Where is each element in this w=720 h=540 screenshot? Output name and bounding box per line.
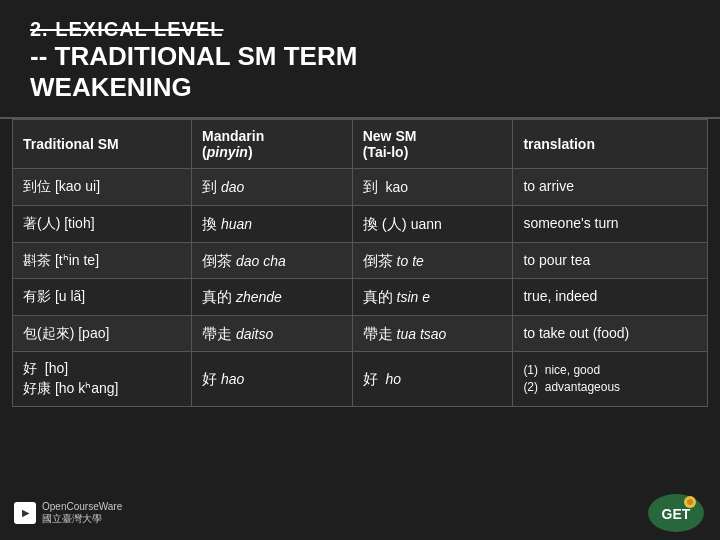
row6-trans-1: (1) nice, good (523, 362, 697, 379)
table-row: 有影 [u lã] 真的 zhende 真的 tsin e true, inde… (13, 279, 708, 316)
title-area: 2. LEXICAL LEVEL -- TRADITIONAL SM TERM … (0, 0, 720, 119)
row2-newsm: 換 (人) uann (352, 205, 513, 242)
title-line2: WEAKENING (30, 72, 192, 102)
row3-newsm: 倒茶 to te (352, 242, 513, 279)
col-mandarin: Mandarin(pinyin) (192, 120, 353, 169)
footer-area: ▶ OpenCourseWare 國立臺灣大學 GET (0, 488, 720, 540)
svg-text:GET: GET (662, 506, 691, 522)
row4-mandarin: 真的 zhende (192, 279, 353, 316)
col-traditional: Traditional SM (13, 120, 192, 169)
table-row: 好 [ho]好康 [ho kʰang] 好 hao 好 ho (1) nice,… (13, 352, 708, 406)
title-main: -- TRADITIONAL SM TERM WEAKENING (30, 41, 690, 103)
ocw-text: OpenCourseWare 國立臺灣大學 (42, 501, 122, 526)
table-header-row: Traditional SM Mandarin(pinyin) New SM(T… (13, 120, 708, 169)
table-area: Traditional SM Mandarin(pinyin) New SM(T… (0, 119, 720, 488)
row3-mandarin: 倒茶 dao cha (192, 242, 353, 279)
ocw-university: 國立臺灣大學 (42, 512, 122, 526)
svg-point-3 (687, 499, 693, 505)
row4-translation: true, indeed (513, 279, 708, 316)
row2-translation: someone's turn (513, 205, 708, 242)
table-row: 到位 [kao ui] 到 dao 到 kao to arrive (13, 169, 708, 206)
row4-newsm: 真的 tsin e (352, 279, 513, 316)
ocw-label: OpenCourseWare (42, 501, 122, 512)
title-line1: -- TRADITIONAL SM TERM (30, 41, 357, 71)
row6-newsm: 好 ho (352, 352, 513, 406)
row3-traditional: 斟茶 [tʰin te] (13, 242, 192, 279)
get-logo-svg: GET (646, 492, 706, 534)
row2-mandarin: 換 huan (192, 205, 353, 242)
table-row: 斟茶 [tʰin te] 倒茶 dao cha 倒茶 to te to pour… (13, 242, 708, 279)
ocw-icon: ▶ (14, 502, 36, 524)
title-strikethrough: 2. LEXICAL LEVEL (30, 18, 690, 41)
col-translation: translation (513, 120, 708, 169)
row5-newsm: 帶走 tua tsao (352, 315, 513, 352)
row4-traditional: 有影 [u lã] (13, 279, 192, 316)
row6-traditional: 好 [ho]好康 [ho kʰang] (13, 352, 192, 406)
row1-newsm: 到 kao (352, 169, 513, 206)
row6-trans-2: (2) advantageous (523, 379, 697, 396)
row5-mandarin: 帶走 daitso (192, 315, 353, 352)
row1-translation: to arrive (513, 169, 708, 206)
col-newsm: New SM(Tai-lo) (352, 120, 513, 169)
get-logo: GET (646, 492, 706, 534)
row6-mandarin: 好 hao (192, 352, 353, 406)
row6-translation: (1) nice, good (2) advantageous (513, 352, 708, 406)
row5-traditional: 包(起來) [pao] (13, 315, 192, 352)
main-table: Traditional SM Mandarin(pinyin) New SM(T… (12, 119, 708, 406)
row3-translation: to pour tea (513, 242, 708, 279)
row1-traditional: 到位 [kao ui] (13, 169, 192, 206)
slide: 2. LEXICAL LEVEL -- TRADITIONAL SM TERM … (0, 0, 720, 540)
row2-traditional: 著(人) [tioh] (13, 205, 192, 242)
row5-translation: to take out (food) (513, 315, 708, 352)
table-row: 包(起來) [pao] 帶走 daitso 帶走 tua tsao to tak… (13, 315, 708, 352)
row1-mandarin: 到 dao (192, 169, 353, 206)
table-row: 著(人) [tioh] 換 huan 換 (人) uann someone's … (13, 205, 708, 242)
ocw-logo: ▶ OpenCourseWare 國立臺灣大學 (14, 501, 122, 526)
